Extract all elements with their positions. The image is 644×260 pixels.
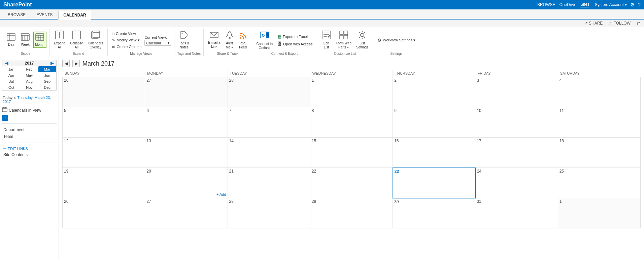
table-row[interactable]: 19 [63, 168, 145, 198]
rss-feed-label: RSSFeed [239, 41, 247, 49]
settings-icon[interactable]: ⚙ [630, 2, 635, 7]
create-column-button[interactable]: ⊞ Create Column [110, 44, 143, 50]
connect-outlook-button[interactable]: O Connect toOutlook [255, 29, 274, 51]
table-row[interactable]: 5 [63, 107, 145, 138]
form-web-parts-button[interactable]: Form WebParts ▾ [334, 29, 353, 50]
share-button[interactable]: ↗ SHARE [583, 20, 604, 26]
table-row[interactable]: 4 [558, 77, 640, 107]
mini-cal-prev[interactable]: ◀ [4, 61, 9, 66]
export-excel-button[interactable]: ▦ Export to Excel [276, 33, 314, 40]
mini-cal-may[interactable]: May [20, 72, 38, 78]
table-row-today[interactable]: 23 [393, 168, 475, 198]
mini-cal-jul[interactable]: Jul [2, 78, 20, 84]
cal-next-button[interactable]: ▶ [72, 60, 80, 67]
tab-browse[interactable]: BROWSE [3, 10, 31, 19]
collapse-all-button[interactable]: CollapseAll [68, 29, 85, 50]
mini-cal-sep[interactable]: Sep [38, 78, 56, 84]
current-view-select[interactable]: Calendar ▾ [144, 40, 171, 46]
mini-cal-feb[interactable]: Feb [20, 66, 38, 72]
table-row[interactable]: 1 [558, 198, 640, 228]
mini-cal-oct[interactable]: Oct [2, 84, 20, 90]
top-nav-links: BROWSE OneDrive Sites [537, 2, 589, 7]
create-column-icon: ⊞ [112, 45, 115, 49]
table-row[interactable]: 1 [310, 77, 393, 107]
add-event-link[interactable]: + Add [216, 192, 226, 196]
table-row[interactable]: 16 [393, 138, 475, 168]
mini-cal-next[interactable]: ▶ [49, 61, 55, 66]
table-row[interactable]: 9 [393, 107, 475, 138]
table-row[interactable]: 6 [145, 107, 228, 138]
mini-cal-jan[interactable]: Jan [2, 66, 20, 72]
table-row[interactable]: 10 [475, 107, 558, 138]
modify-view-button[interactable]: ✎ Modify View ▾ [110, 37, 143, 43]
mini-cal-aug[interactable]: Aug [20, 78, 38, 84]
cal-prev-button[interactable]: ◀ [62, 60, 70, 67]
table-row[interactable]: 27 [145, 77, 228, 107]
sidebar-item-site-contents[interactable]: Site Contents [2, 151, 57, 158]
table-row[interactable]: 22 [310, 168, 393, 198]
list-settings-button[interactable]: ListSettings [354, 29, 370, 50]
table-row[interactable]: 7 [228, 107, 310, 138]
edit-list-button[interactable]: EditList [320, 29, 333, 50]
table-row[interactable]: 2 [393, 77, 475, 107]
follow-button[interactable]: ☆ FOLLOW [607, 20, 632, 26]
mini-cal-jun[interactable]: Jun [38, 72, 56, 78]
table-row[interactable]: 15 [310, 138, 393, 168]
user-name[interactable]: System Account ▾ [595, 2, 627, 7]
workflow-settings-button[interactable]: ⚙ Workflow Settings ▾ [376, 37, 417, 44]
open-access-button[interactable]: 🗄 Open with Access [276, 40, 314, 47]
mini-cal-dec[interactable]: Dec [38, 84, 56, 90]
table-row[interactable]: 21 [228, 168, 310, 198]
alert-me-button[interactable]: AlertMe ▾ [224, 29, 236, 50]
edit-links-button[interactable]: ✏ EDIT LINKS [2, 146, 57, 151]
expand-group-label: Expand [52, 52, 105, 56]
table-row[interactable]: 31 [475, 198, 558, 228]
sidebar-item-department[interactable]: Department [2, 126, 57, 133]
table-row[interactable]: 24 [475, 168, 558, 198]
share-icon: ↗ [584, 21, 588, 26]
table-row[interactable]: 3 [475, 77, 558, 107]
sidebar-item-team[interactable]: Team [2, 133, 57, 140]
table-row[interactable]: 17 [475, 138, 558, 168]
nav-onedrive[interactable]: OneDrive [559, 2, 576, 7]
calendar-badge[interactable]: t [2, 115, 8, 121]
table-row[interactable]: 12 [63, 138, 145, 168]
table-row[interactable]: 28 [228, 77, 310, 107]
tab-calendar[interactable]: CALENDAR [58, 11, 91, 20]
calendars-overlay-button[interactable]: CalendarsOverlay [86, 29, 105, 50]
table-row[interactable]: 30 [393, 198, 475, 228]
table-row[interactable]: 28 [228, 198, 310, 228]
expand-all-button[interactable]: ExpandAll [52, 29, 67, 50]
table-row[interactable]: 26 [63, 198, 145, 228]
mini-cal-nov[interactable]: Nov [20, 84, 38, 90]
table-row[interactable]: 8 [310, 107, 393, 138]
rss-feed-button[interactable]: RSSFeed [237, 29, 249, 50]
ribbon-group-tags-notes: Tags &Notes Tags and Notes [174, 29, 204, 56]
calendars-in-view: Calendars in View t [2, 107, 57, 121]
ribbon-group-scope: Day Week Month Scope [2, 29, 49, 56]
nav-sites[interactable]: Sites [580, 2, 589, 7]
email-link-button[interactable]: E-mail aLink [206, 30, 222, 50]
day-button[interactable]: Day [5, 32, 18, 48]
table-row[interactable]: 27 [145, 198, 228, 228]
table-row[interactable]: 14 [228, 138, 310, 168]
calendars-in-view-title: Calendars in View [2, 107, 57, 113]
col-friday: FRIDAY [475, 70, 558, 77]
table-row[interactable]: 11 [558, 107, 640, 138]
mini-cal-mar[interactable]: Mar [38, 66, 56, 72]
table-row[interactable]: 20 + Add [145, 168, 228, 198]
question-icon[interactable]: ? [638, 2, 641, 7]
table-row[interactable]: 18 [558, 138, 640, 168]
table-row[interactable]: 25 [558, 168, 640, 198]
table-row[interactable]: 13 [145, 138, 228, 168]
tab-events[interactable]: EVENTS [31, 10, 58, 19]
table-row[interactable]: 26 [63, 77, 145, 107]
month-button[interactable]: Month [33, 32, 46, 48]
nav-newsfeed[interactable]: BROWSE [537, 2, 555, 7]
create-view-button[interactable]: □ Create View [110, 31, 143, 37]
week-button[interactable]: Week [19, 32, 32, 48]
mini-cal-apr[interactable]: Apr [2, 72, 20, 78]
table-row[interactable]: 29 [310, 198, 393, 228]
sync-button[interactable]: ⇄ [635, 20, 641, 26]
tags-notes-button[interactable]: Tags &Notes [177, 29, 191, 50]
